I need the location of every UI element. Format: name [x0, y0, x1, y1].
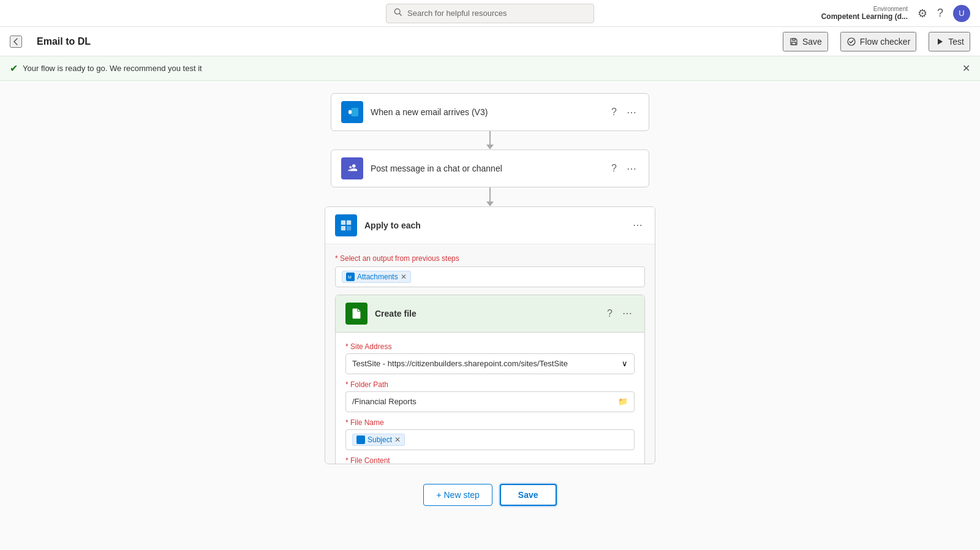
teams-step-more-button[interactable]: ⋯: [624, 160, 639, 177]
flow-canvas: When a new email arrives (V3) ? ⋯ Post m…: [0, 81, 980, 550]
folder-icon: 📁: [618, 397, 628, 406]
search-bar[interactable]: Search for helpful resources: [386, 4, 594, 23]
search-placeholder: Search for helpful resources: [407, 9, 507, 18]
nav-bar: Email to DL Save Flow checker Test: [0, 27, 980, 56]
file-name-tag-icon: [356, 435, 365, 444]
flow-name: Email to DL: [37, 36, 91, 47]
site-address-dropdown[interactable]: TestSite - https://citizenbuilders.share…: [345, 353, 635, 374]
attachments-tag: M Attachments ✕: [342, 271, 411, 283]
apply-each-body: * Select an output from previous steps M…: [325, 244, 655, 464]
success-icon: ✔: [10, 62, 18, 74]
create-file-header: Create file ? ⋯: [336, 295, 644, 333]
email-trigger-label: When a new email arrives (V3): [371, 107, 601, 117]
apply-each-icon: [335, 214, 357, 236]
email-trigger-step: When a new email arrives (V3) ? ⋯: [331, 93, 649, 131]
file-name-row: * File Name Subject ✕: [345, 418, 635, 450]
svg-rect-3: [793, 39, 795, 40]
svg-line-1: [399, 13, 401, 15]
svg-rect-11: [341, 220, 345, 225]
top-right-controls: Environment Competent Learning (d... ⚙ ?…: [821, 5, 980, 22]
save-nav-button[interactable]: Save: [783, 32, 828, 51]
svg-text:M: M: [348, 275, 352, 279]
close-banner-icon[interactable]: ✕: [962, 62, 970, 74]
email-trigger-actions: ? ⋯: [609, 104, 639, 121]
svg-rect-14: [347, 226, 351, 230]
create-file-card: Create file ? ⋯ * Site Address TestSite …: [335, 295, 645, 464]
new-step-label: + New step: [436, 490, 479, 500]
apply-each-header: Apply to each ⋯: [325, 207, 655, 244]
site-address-row: * Site Address TestSite - https://citize…: [345, 342, 635, 374]
new-step-button[interactable]: + New step: [423, 484, 492, 506]
file-content-row: * File Content Attachments C... ✕: [345, 456, 635, 464]
create-file-body: * Site Address TestSite - https://citize…: [336, 333, 644, 464]
svg-rect-13: [341, 226, 345, 230]
env-label: Environment: [873, 6, 908, 12]
save-button[interactable]: Save: [500, 484, 557, 506]
email-trigger-more-button[interactable]: ⋯: [624, 104, 639, 121]
file-name-tag: Subject ✕: [352, 434, 405, 446]
create-file-label: Create file: [375, 309, 597, 318]
user-avatar[interactable]: U: [953, 5, 970, 22]
select-output-input[interactable]: M Attachments ✕: [335, 266, 645, 287]
save-nav-label: Save: [802, 37, 822, 47]
create-file-more-button[interactable]: ⋯: [620, 305, 635, 322]
attachments-tag-label: Attachments: [357, 273, 398, 281]
teams-icon: [341, 157, 363, 179]
teams-step-help-button[interactable]: ?: [609, 160, 619, 177]
help-icon[interactable]: ?: [937, 7, 943, 20]
file-name-input[interactable]: Subject ✕: [345, 429, 635, 450]
file-name-tag-close[interactable]: ✕: [394, 435, 401, 444]
site-address-value: TestSite - https://citizenbuilders.share…: [352, 359, 568, 368]
save-label: Save: [518, 490, 538, 500]
svg-rect-2: [792, 42, 796, 45]
file-name-label: * File Name: [345, 418, 635, 427]
teams-step-actions: ? ⋯: [609, 160, 639, 177]
bottom-actions: + New step Save: [423, 477, 556, 513]
teams-step: Post message in a chat or channel ? ⋯: [331, 149, 649, 187]
file-name-tag-label: Subject: [368, 435, 392, 444]
apply-each-container: Apply to each ⋯ * Select an output from …: [325, 206, 655, 464]
nav-actions: Save Flow checker Test: [783, 32, 970, 51]
folder-path-label: * Folder Path: [345, 380, 635, 389]
file-content-label: * File Content: [345, 456, 635, 464]
flow-checker-label: Flow checker: [860, 37, 910, 47]
email-trigger-help-button[interactable]: ?: [609, 104, 619, 121]
back-button[interactable]: [10, 36, 22, 48]
connector-1: [486, 131, 494, 149]
create-file-icon: [345, 303, 368, 325]
success-banner: ✔ Your flow is ready to go. We recommend…: [0, 56, 980, 81]
dropdown-icon: ∨: [622, 359, 628, 368]
apply-each-more-button[interactable]: ⋯: [630, 217, 645, 233]
site-address-label: * Site Address: [345, 342, 635, 351]
test-button[interactable]: Test: [929, 32, 970, 51]
folder-path-row: * Folder Path /Financial Reports 📁: [345, 380, 635, 412]
attachments-tag-icon: M: [346, 273, 355, 281]
connector-2: [486, 187, 494, 206]
svg-rect-12: [347, 220, 351, 225]
connector-line-2: [489, 187, 491, 201]
folder-path-value: /Financial Reports: [352, 397, 417, 406]
success-message: Your flow is ready to go. We recommend y…: [23, 64, 202, 73]
select-output-label-text: * Select an output from previous steps: [335, 254, 459, 263]
connector-arrow-2: [486, 202, 494, 206]
environment-info: Environment Competent Learning (d...: [821, 6, 908, 21]
connector-arrow-1: [486, 145, 494, 149]
search-icon: [394, 8, 402, 19]
create-file-actions: ? ⋯: [605, 305, 635, 322]
select-output-label: * Select an output from previous steps: [335, 254, 645, 263]
outlook-icon: [341, 101, 363, 123]
flow-checker-button[interactable]: Flow checker: [840, 32, 916, 51]
folder-path-input[interactable]: /Financial Reports 📁: [345, 391, 635, 412]
svg-point-4: [848, 38, 855, 45]
attachments-tag-close[interactable]: ✕: [401, 273, 407, 281]
create-file-help-button[interactable]: ?: [605, 305, 615, 322]
svg-point-7: [349, 110, 352, 115]
teams-step-label: Post message in a chat or channel: [371, 164, 601, 173]
svg-point-9: [352, 165, 356, 168]
svg-rect-8: [345, 162, 359, 175]
gear-icon[interactable]: ⚙: [918, 7, 927, 20]
apply-each-label: Apply to each: [364, 220, 623, 230]
test-label: Test: [948, 37, 964, 47]
connector-line-1: [489, 131, 491, 145]
svg-point-10: [349, 166, 352, 168]
